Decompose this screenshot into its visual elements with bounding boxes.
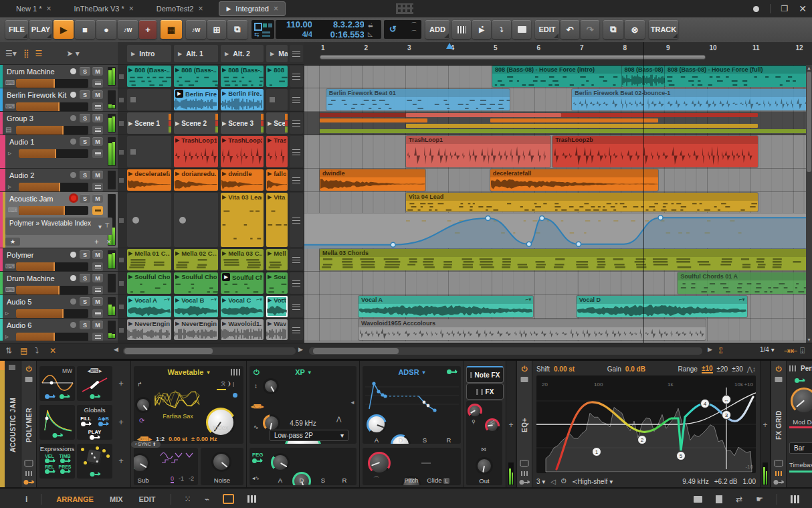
project-tab-0[interactable]: New 1 *× bbox=[9, 2, 58, 15]
track-header-5[interactable]: Acoustic JamSM⌨Polymer » Wavetable Index… bbox=[0, 192, 118, 248]
sync-tag[interactable]: ‹ SYNC ⬆ bbox=[131, 441, 161, 448]
loop-icon[interactable]: ↺ bbox=[389, 24, 397, 34]
track-header-8[interactable]: Audio 5SM▹ bbox=[0, 295, 118, 319]
edit-menu-button[interactable]: EDIT bbox=[535, 20, 559, 39]
info-icon[interactable]: i bbox=[25, 495, 27, 504]
multi-panel-icon[interactable] bbox=[247, 495, 256, 503]
row-options-button[interactable] bbox=[290, 296, 303, 317]
arranger-clip[interactable]: Soulful Chords 01 A bbox=[678, 272, 812, 294]
clip-slot-1-1[interactable]: ▶Berlin Fire... bbox=[174, 89, 218, 110]
scroll-down-icon[interactable]: ▼ bbox=[806, 337, 812, 342]
consolidate-button[interactable]: ⤵ bbox=[492, 20, 511, 39]
chevron-down-icon[interactable]: ▾ bbox=[423, 369, 425, 375]
touch-icon[interactable]: ☛ bbox=[756, 495, 763, 504]
clip-slot-3-3[interactable]: ▶Trash bbox=[266, 136, 288, 167]
single-panel-icon[interactable] bbox=[223, 494, 234, 504]
clip-slot-5-1[interactable] bbox=[174, 193, 218, 247]
browser-panel-icon[interactable] bbox=[694, 496, 702, 503]
launcher-hscrollbar[interactable] bbox=[123, 347, 296, 355]
project-tab-1[interactable]: InTheDark V3 *× bbox=[68, 2, 140, 15]
add-modulator-button[interactable]: + bbox=[116, 456, 126, 467]
osc-level-knob[interactable] bbox=[135, 397, 151, 413]
mute-button[interactable]: M bbox=[92, 297, 103, 306]
arranger-lane-7[interactable]: Soulful Chords 01 A bbox=[304, 272, 812, 295]
volume-slider[interactable] bbox=[16, 309, 88, 318]
scene-play-icon[interactable]: ▶ bbox=[270, 51, 274, 57]
scrollbar-thumb[interactable] bbox=[807, 72, 811, 172]
bar-dropdown[interactable]: Bar▾ bbox=[789, 442, 812, 454]
automation-lane[interactable] bbox=[304, 213, 812, 249]
time-signature[interactable]: 4/4 bbox=[302, 29, 312, 39]
arranger-lane-3[interactable]: TrashLoop1TrashLoop2b bbox=[304, 135, 812, 169]
arranger-clip[interactable]: Vita 04 Lead bbox=[406, 193, 758, 211]
arranger-lane-0[interactable]: 808 (Bass-08) - House Force (intro)808 (… bbox=[304, 65, 812, 88]
clip-slot-6-0[interactable]: ▶Mella 01 C... bbox=[127, 249, 171, 270]
expression-rel[interactable]: REL bbox=[42, 464, 57, 475]
solo-button[interactable]: S bbox=[80, 90, 90, 99]
clip-slot-3-1[interactable]: ▶TrashLoop1 bbox=[174, 136, 218, 167]
clip-slot-2-1[interactable]: ▶Scene 2 bbox=[174, 112, 218, 134]
clip-slot-1-3[interactable] bbox=[266, 89, 288, 110]
chevron-down-icon[interactable]: ▾ bbox=[98, 223, 102, 230]
arm-button[interactable] bbox=[70, 92, 76, 98]
mod-envelope[interactable] bbox=[39, 405, 75, 440]
playback-start-marker[interactable] bbox=[446, 43, 453, 49]
tab-close-icon[interactable]: × bbox=[198, 4, 203, 13]
device-preset-icon[interactable] bbox=[25, 377, 33, 382]
mute-button[interactable]: M bbox=[92, 114, 103, 122]
mod-globals[interactable]: GlobalsFILLA◆BPLAY bbox=[77, 405, 112, 440]
volume-slider[interactable] bbox=[16, 333, 88, 341]
eq-graph[interactable]: 201001k10k+10-1012345↔ bbox=[536, 375, 756, 473]
arranger-lane-6[interactable]: Mella 03 Chords bbox=[304, 248, 812, 272]
inspector-panel-icon[interactable] bbox=[716, 495, 722, 503]
clip-slot-2-2[interactable]: ▶Scene 3 bbox=[221, 112, 264, 134]
launcher-scroll-left-icon[interactable]: ◀ bbox=[114, 346, 118, 353]
device-grid-icon[interactable] bbox=[521, 471, 528, 476]
noise-level-knob[interactable] bbox=[211, 452, 231, 472]
time-value[interactable]: 0:16.553 bbox=[330, 29, 365, 39]
filter-section[interactable]: ⏻XP▾↕◂⌨▸∿4.59 kHz◄⋀Low-pass 2P▾ bbox=[249, 366, 357, 444]
track-stop-button[interactable] bbox=[119, 258, 124, 262]
tab-close-icon[interactable]: × bbox=[274, 4, 278, 13]
track-name[interactable]: Polymer bbox=[7, 251, 33, 259]
redo-button[interactable]: ↷ bbox=[581, 20, 599, 39]
grid-view-icon[interactable]: ⣿ bbox=[23, 49, 29, 58]
spectrum-toggle-icon[interactable]: ⋀↕ bbox=[747, 365, 756, 373]
arranger-lane-2[interactable] bbox=[304, 112, 812, 135]
mute-button[interactable]: M bbox=[92, 137, 103, 146]
insert-device-icon[interactable]: + bbox=[508, 420, 513, 430]
arranger-clip[interactable]: 808 (Bass-08) - House Force (full) bbox=[665, 66, 812, 87]
clip-slot-9-0[interactable]: ▶NeverEngin... bbox=[127, 319, 171, 340]
clip-slot-7-3[interactable]: ▶Soulf bbox=[266, 272, 288, 294]
env-curve-knob[interactable] bbox=[368, 452, 391, 475]
clip-slot-0-3[interactable]: ▶808 (B bbox=[266, 66, 288, 87]
clip-slot-2-0[interactable]: ▶Scene 1 bbox=[127, 112, 171, 134]
eq-band-count[interactable]: 3 ▾ bbox=[536, 478, 545, 485]
solo-button[interactable]: S bbox=[80, 114, 90, 122]
arranger-clip[interactable]: deceleratefall bbox=[490, 169, 659, 191]
track-header-1[interactable]: Berlin Firework KitSM⌨ bbox=[0, 88, 118, 112]
amp-env-section[interactable]: ADSR▾ADSR bbox=[363, 366, 461, 444]
track-menu-button[interactable]: TRACK bbox=[649, 20, 678, 39]
timeline-ruler[interactable]: 123456789101112 bbox=[304, 42, 812, 66]
arranger-lane-4[interactable]: dwindledeceleratefall bbox=[304, 169, 812, 192]
add-modulator-button[interactable]: + bbox=[116, 378, 126, 389]
track-name[interactable]: Audio 6 bbox=[7, 321, 31, 329]
follow-playback-icon[interactable]: ⤵ bbox=[35, 346, 39, 355]
out-section[interactable]: ⚲◁⋈Out bbox=[466, 401, 502, 485]
device-power-icon[interactable]: ⏻ bbox=[776, 365, 782, 373]
arranger-clip[interactable]: 808 (Bass-08) - House Force (intro) bbox=[492, 66, 622, 87]
band-power-icon[interactable]: ⏻ bbox=[561, 477, 567, 485]
sub-octave--1[interactable]: -1 bbox=[179, 475, 184, 483]
volume-slider[interactable] bbox=[19, 149, 88, 158]
row-options-button[interactable] bbox=[290, 89, 303, 110]
volume-slider[interactable] bbox=[16, 126, 88, 135]
mute-button[interactable]: M bbox=[92, 90, 103, 99]
project-tab-2[interactable]: DemoTest2× bbox=[150, 2, 210, 15]
track-header-2[interactable]: Group 3SM▤ bbox=[0, 112, 118, 135]
clip-slot-4-2[interactable]: ▶dwindle bbox=[221, 169, 264, 191]
eq-shift-value[interactable]: 0.00 st bbox=[554, 365, 575, 373]
launcher-record-button[interactable]: ▦ bbox=[161, 20, 182, 39]
arranger-lane-1[interactable]: Berlin Firework Beat 01Berlin Firework B… bbox=[304, 88, 812, 112]
mute-button[interactable]: M bbox=[92, 171, 103, 179]
